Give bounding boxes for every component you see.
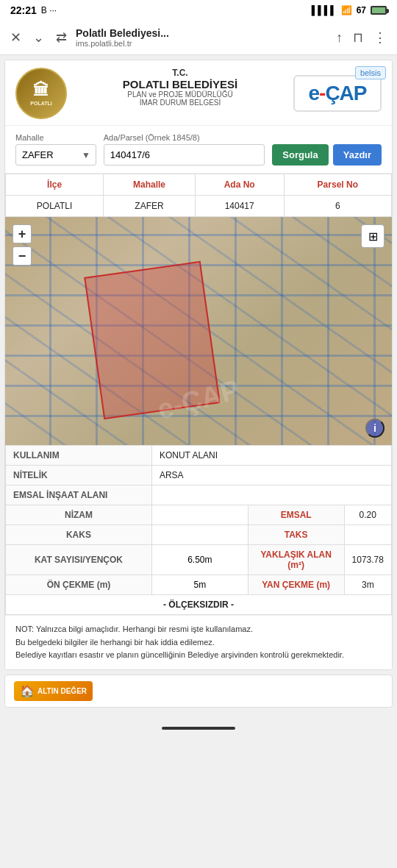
share-button[interactable]: ↑ — [333, 27, 346, 49]
status-indicators: B ··· — [41, 5, 57, 15]
zoom-out-button[interactable]: − — [12, 246, 32, 266]
plan-title: PLAN ve PROJE MÜDÜRLÜĞÜ — [76, 90, 285, 99]
on-cekme-value: 5m — [151, 575, 248, 595]
mahalle-select-wrapper: ZAFER ▼ — [15, 144, 96, 166]
status-bar: 22:21 B ··· ▌▌▌▌ 📶 67 — [0, 0, 397, 21]
close-button[interactable]: ✕ — [7, 26, 24, 49]
municipality-logo: 🏛 POLATLI — [15, 68, 67, 119]
ilce-header: İlçe — [6, 174, 104, 196]
nizam-emsal-row: NİZAM EMSAL 0.20 — [6, 505, 392, 525]
yan-cekme-label: YAN ÇEKME (m) — [248, 575, 344, 595]
note-2: Bu belgedeki bilgiler ile herhangi bir h… — [15, 636, 382, 650]
yaklasik-alan-label: YAKLAŞIK ALAN (m²) — [248, 545, 344, 575]
info-table-header-row: İlçe Mahalle Ada No Parsel No — [6, 174, 392, 196]
map-info-button[interactable]: i — [365, 419, 385, 438]
map-parcel-highlight — [84, 261, 221, 419]
wifi-icon: 📶 — [341, 5, 352, 15]
mahalle-label: Mahalle — [15, 133, 96, 142]
ada-parsel-input[interactable] — [104, 144, 265, 166]
back-button[interactable]: ⌄ — [30, 26, 47, 49]
cekme-row: ÖN ÇEKME (m) 5m YAN ÇEKME (m) 3m — [6, 575, 392, 595]
ad-logo: 🏠 ALTIN DEĞER — [14, 681, 93, 701]
notes-section: NOT: Yalnızca bilgi amaçlıdır. Herhangi … — [5, 615, 392, 669]
ad-banner[interactable]: 🏠 ALTIN DEĞER — [4, 675, 393, 708]
signal-icon: ▌▌▌▌ — [312, 5, 337, 15]
nitelik-label: NİTELİK — [6, 466, 152, 485]
map-view[interactable]: e-ÇAP + − ⊞ i — [5, 217, 392, 445]
battery-icon — [371, 6, 387, 15]
nitelik-value: ARSA — [151, 466, 391, 485]
sorgula-button[interactable]: Sorgula — [272, 144, 328, 166]
home-indicator — [0, 712, 397, 736]
search-section: Mahalle ZAFER ▼ Ada/Parsel (Örnek 1845/8… — [5, 126, 392, 174]
ecap-logo: e-ÇAP — [293, 75, 382, 112]
more-icon: ⋮ — [373, 29, 387, 46]
header-text-block: T.C. POLATLI BELEDİYESİ PLAN ve PROJE MÜ… — [76, 68, 285, 107]
url-display: ims.polatli.bel.tr — [76, 39, 327, 48]
ada-no-header: Ada No — [195, 174, 284, 196]
zoom-in-button[interactable]: + — [12, 224, 32, 243]
emsal-insaat-row: EMSAL İNŞAAT ALANI — [6, 485, 392, 505]
ada-parsel-label: Ada/Parsel (Örnek 1845/8) — [104, 133, 265, 142]
page-title-nav: Polatlı Belediyesi... — [76, 27, 327, 39]
divider-row: - ÖLÇEKSIZDIR - — [6, 595, 392, 615]
kat-sayisi-label: KAT SAYISI/YENÇOK — [6, 545, 152, 575]
ecap-text: e-ÇAP — [308, 82, 366, 105]
taks-label: TAKS — [248, 525, 344, 545]
doc-title: İMAR DURUM BELGESİ — [76, 99, 285, 107]
info-table-data-row: POLATLI ZAFER 140417 6 — [6, 196, 392, 217]
note-3: Belediye kayıtları esastır ve planın gün… — [15, 649, 382, 662]
emsal-insaat-label: EMSAL İNŞAAT ALANI — [6, 485, 152, 505]
battery-percent: 67 — [357, 5, 366, 15]
yaklasik-alan-value: 1073.78 — [344, 545, 391, 575]
divider-text: - ÖLÇEKSIZDIR - — [6, 595, 392, 615]
url-container[interactable]: Polatlı Belediyesi... ims.polatli.bel.tr — [76, 27, 327, 48]
card-header: 🏛 POLATLI T.C. POLATLI BELEDİYESİ PLAN v… — [5, 60, 392, 126]
ad-logo-text: ALTIN DEĞER — [37, 687, 87, 695]
note-1: NOT: Yalnızca bilgi amaçlıdır. Herhangi … — [15, 623, 382, 636]
ilce-value: POLATLI — [6, 196, 104, 217]
kaks-taks-row: KAKS TAKS — [6, 525, 392, 545]
bookmark-icon: ⊓ — [353, 29, 363, 46]
ada-parsel-field-group: Ada/Parsel (Örnek 1845/8) — [104, 133, 265, 166]
emsal-value: 0.20 — [344, 505, 391, 525]
minus-icon: − — [18, 249, 26, 264]
yan-cekme-value: 3m — [344, 575, 391, 595]
kaks-label: KAKS — [6, 525, 152, 545]
bookmark-button[interactable]: ⊓ — [350, 26, 366, 49]
kullanim-row: KULLANIM KONUT ALANI — [6, 446, 392, 466]
nizam-value — [151, 505, 248, 525]
kaks-value — [151, 525, 248, 545]
more-menu-button[interactable]: ⋮ — [371, 26, 390, 49]
share-icon: ↑ — [336, 30, 343, 46]
emsal-label: EMSAL — [248, 505, 344, 525]
info-icon: i — [373, 422, 376, 434]
belediye-name: POLATLI BELEDİYESİ — [76, 78, 285, 90]
belsis-badge: belsis — [355, 66, 386, 79]
mahalle-value: ZAFER — [104, 196, 196, 217]
emsal-insaat-value — [151, 485, 391, 505]
close-icon: ✕ — [10, 29, 21, 46]
tc-label: T.C. — [76, 68, 285, 78]
on-cekme-label: ÖN ÇEKME (m) — [6, 575, 152, 595]
mahalle-select[interactable]: ZAFER — [15, 144, 96, 166]
layers-icon: ⊞ — [368, 230, 378, 243]
taks-value — [344, 525, 391, 545]
yazdir-button[interactable]: Yazdır — [333, 144, 382, 166]
tabs-button[interactable]: ⇄ — [53, 26, 70, 49]
parsel-no-value: 6 — [284, 196, 391, 217]
mahalle-field-group: Mahalle ZAFER ▼ — [15, 133, 96, 166]
ad-logo-icon: 🏠 — [20, 684, 35, 698]
layers-button[interactable]: ⊞ — [361, 224, 385, 248]
action-buttons: Sorgula Yazdır — [272, 144, 382, 166]
kullanim-value: KONUT ALANI — [151, 446, 391, 466]
chevron-down-icon: ⌄ — [33, 29, 44, 46]
nizam-label: NİZAM — [6, 505, 152, 525]
main-content-card: 🏛 POLATLI T.C. POLATLI BELEDİYESİ PLAN v… — [4, 60, 393, 670]
kat-sayisi-value: 6.50m — [151, 545, 248, 575]
data-table: KULLANIM KONUT ALANI NİTELİK ARSA EMSAL … — [5, 445, 392, 615]
mahalle-header: Mahalle — [104, 174, 196, 196]
kat-yaklaşık-row: KAT SAYISI/YENÇOK 6.50m YAKLAŞIK ALAN (m… — [6, 545, 392, 575]
kullanim-label: KULLANIM — [6, 446, 152, 466]
nitelik-row: NİTELİK ARSA — [6, 466, 392, 485]
